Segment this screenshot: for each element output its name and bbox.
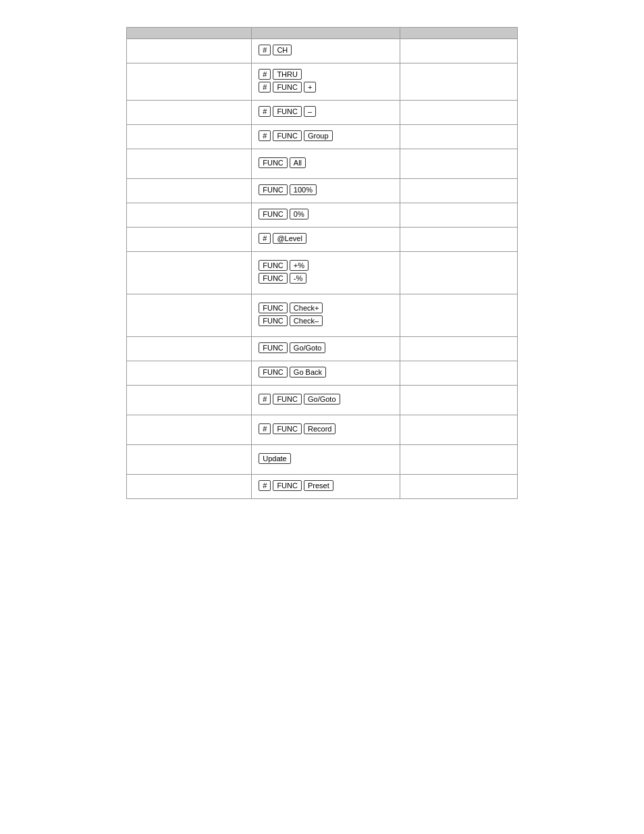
key-sequence: #@Level	[259, 233, 393, 244]
table-header-row	[127, 28, 518, 39]
key-button: FUNC	[273, 394, 302, 405]
key-button: FUNC	[259, 157, 288, 168]
key-sequence: #FUNCPreset	[259, 480, 393, 491]
key-button: 0%	[290, 209, 308, 219]
cell-col1	[127, 125, 252, 149]
key-button: FUNC	[259, 209, 288, 219]
cell-col1	[127, 228, 252, 252]
cell-col1	[127, 101, 252, 125]
cell-col3	[400, 337, 518, 361]
cell-col2: #THRU#FUNC+	[252, 63, 400, 101]
table-row: FUNCGo Back	[127, 361, 518, 386]
key-sequence: #FUNC+	[259, 82, 393, 93]
cell-col3	[400, 101, 518, 125]
cell-col1	[127, 294, 252, 337]
cell-col2: #FUNCRecord	[252, 415, 400, 445]
table-row: #FUNCGo/Goto	[127, 386, 518, 415]
key-button: All	[290, 157, 306, 168]
cell-col3	[400, 475, 518, 499]
table-row: Update	[127, 445, 518, 475]
cell-col2: #CH	[252, 39, 400, 63]
header-col3	[400, 28, 518, 39]
key-sequence: Update	[259, 453, 393, 464]
key-sequence: FUNCCheck+	[259, 303, 393, 313]
cell-col2: Update	[252, 445, 400, 475]
key-button: #	[259, 423, 271, 434]
cell-col3	[400, 179, 518, 203]
key-button: Check–	[290, 315, 323, 326]
key-button: FUNC	[273, 423, 302, 434]
key-sequence: #FUNCGroup	[259, 130, 393, 141]
key-sequence: #THRU	[259, 69, 393, 80]
cell-col2: FUNCCheck+FUNCCheck–	[252, 294, 400, 337]
key-sequence: FUNCGo/Goto	[259, 342, 393, 353]
key-sequence: FUNC-%	[259, 273, 393, 284]
key-sequence: #FUNCRecord	[259, 423, 393, 434]
cell-col3	[400, 445, 518, 475]
key-button: FUNC	[273, 480, 302, 491]
page-wrapper: #CH#THRU#FUNC+#FUNC–#FUNCGroupFUNCAllFUN…	[0, 0, 644, 526]
key-button: –	[304, 106, 316, 117]
cell-col3	[400, 386, 518, 415]
cell-col2: FUNC+%FUNC-%	[252, 252, 400, 294]
cell-col2: FUNCGo Back	[252, 361, 400, 386]
cell-col2: #FUNC–	[252, 101, 400, 125]
table-container: #CH#THRU#FUNC+#FUNC–#FUNCGroupFUNCAllFUN…	[126, 27, 518, 499]
cell-col1	[127, 149, 252, 179]
table-row: FUNCCheck+FUNCCheck–	[127, 294, 518, 337]
key-button: 100%	[290, 184, 317, 195]
cell-col1	[127, 475, 252, 499]
key-button: -%	[290, 273, 306, 284]
key-button: FUNC	[259, 260, 288, 271]
key-button: #	[259, 45, 271, 55]
table-row: #THRU#FUNC+	[127, 63, 518, 101]
cell-col3	[400, 125, 518, 149]
key-sequence: #FUNC–	[259, 106, 393, 117]
table-row: #CH	[127, 39, 518, 63]
key-button: Record	[304, 423, 336, 434]
key-button: @Level	[273, 233, 306, 244]
key-button: FUNC	[259, 367, 288, 377]
key-button: FUNC	[259, 315, 288, 326]
cell-col1	[127, 203, 252, 228]
cell-col2: #FUNCPreset	[252, 475, 400, 499]
cell-col1	[127, 415, 252, 445]
header-col1	[127, 28, 252, 39]
key-sequence: FUNCAll	[259, 157, 393, 168]
key-button: FUNC	[259, 342, 288, 353]
key-button: FUNC	[273, 82, 302, 93]
key-button: Preset	[304, 480, 333, 491]
key-button: Go/Goto	[304, 394, 340, 405]
cell-col3	[400, 149, 518, 179]
key-button: #	[259, 233, 271, 244]
key-button: CH	[273, 45, 292, 55]
key-button: Go/Goto	[290, 342, 326, 353]
cell-col3	[400, 203, 518, 228]
key-button: FUNC	[259, 184, 288, 195]
key-sequence: FUNC0%	[259, 209, 393, 219]
cell-col3	[400, 294, 518, 337]
main-table: #CH#THRU#FUNC+#FUNC–#FUNCGroupFUNCAllFUN…	[126, 27, 518, 499]
cell-col2: #@Level	[252, 228, 400, 252]
cell-col1	[127, 179, 252, 203]
key-sequence: FUNCGo Back	[259, 367, 393, 377]
key-button: #	[259, 69, 271, 80]
table-row: #@Level	[127, 228, 518, 252]
key-button: #	[259, 394, 271, 405]
cell-col3	[400, 63, 518, 101]
table-row: #FUNCPreset	[127, 475, 518, 499]
key-sequence: FUNC100%	[259, 184, 393, 195]
table-row: FUNCGo/Goto	[127, 337, 518, 361]
key-sequence: #CH	[259, 45, 393, 55]
key-button: FUNC	[259, 273, 288, 284]
key-sequence: FUNCCheck–	[259, 315, 393, 326]
cell-col2: #FUNCGo/Goto	[252, 386, 400, 415]
cell-col2: FUNCGo/Goto	[252, 337, 400, 361]
cell-col1	[127, 386, 252, 415]
key-button: +	[304, 82, 316, 93]
cell-col2: FUNC0%	[252, 203, 400, 228]
key-button: Group	[304, 130, 333, 141]
key-button: #	[259, 106, 271, 117]
key-button: FUNC	[259, 303, 288, 313]
cell-col1	[127, 337, 252, 361]
